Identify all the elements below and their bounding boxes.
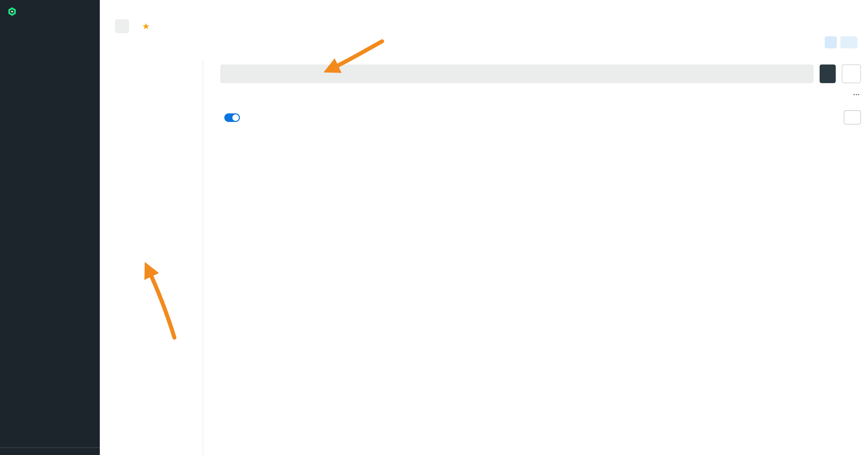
toggle-knob — [232, 114, 239, 121]
entity-subnav — [100, 61, 203, 455]
entity-avatar — [115, 19, 129, 33]
logs-query-input[interactable] — [220, 65, 813, 83]
left-sidebar — [0, 0, 100, 455]
more-options-button[interactable]: ⋯ — [853, 90, 861, 98]
logs-header: ⋯ — [220, 90, 861, 98]
logs-toolbar — [220, 110, 861, 125]
expand-logs-control[interactable] — [220, 113, 240, 122]
entity-header: ★ — [115, 19, 163, 33]
help-circle-button[interactable] — [832, 7, 845, 20]
new-relic-logo[interactable] — [0, 0, 100, 19]
time-back-button[interactable] — [825, 36, 837, 48]
logs-main: ⋯ — [203, 61, 868, 455]
page: ★ — [0, 0, 868, 455]
nrql-button[interactable] — [842, 65, 861, 83]
new-relic-mark-icon — [7, 6, 17, 17]
time-picker — [825, 36, 861, 48]
breadcrumb — [119, 6, 125, 13]
favorite-star-icon[interactable]: ★ — [142, 22, 150, 31]
copy-link-button[interactable] — [848, 7, 862, 20]
topbar: ★ — [100, 0, 868, 61]
query-row — [220, 65, 861, 83]
query-logs-button[interactable] — [819, 65, 836, 83]
sidebar-footer — [0, 448, 100, 455]
open-in-logs-button[interactable] — [844, 110, 861, 125]
expand-logs-toggle[interactable] — [224, 113, 240, 122]
time-range-button[interactable] — [840, 36, 858, 48]
